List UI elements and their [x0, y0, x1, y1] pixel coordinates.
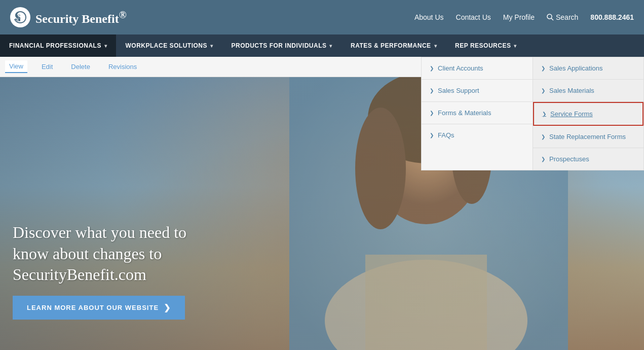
dropdown-menu: ❯ Client Accounts ❯ Sales Support ❯ Form…	[421, 57, 644, 170]
chevron-right-icon: ❯	[542, 111, 546, 117]
dropdown-service-forms[interactable]: ❯ Service Forms	[533, 102, 643, 126]
dropdown-right-column: ❯ Sales Applications ❯ Sales Materials ❯…	[533, 57, 644, 170]
edit-bar-edit[interactable]: Edit	[37, 61, 57, 73]
logo-icon: S	[10, 7, 30, 27]
logo-area[interactable]: S Security Benefit®	[10, 7, 127, 27]
chevron-down-icon: ▾	[434, 43, 437, 49]
nav-products-for-individuals[interactable]: PRODUCTS FOR INDIVIDUALS ▾	[222, 34, 342, 57]
dropdown-prospectuses[interactable]: ❯ Prospectuses	[533, 148, 643, 170]
chevron-right-icon: ❯	[430, 110, 434, 116]
svg-text:S: S	[17, 14, 21, 21]
nav-financial-professionals[interactable]: FINANCIAL PROFESSIONALS ▾	[0, 34, 116, 57]
svg-point-1	[547, 14, 552, 19]
my-profile-link[interactable]: My Profile	[503, 13, 535, 21]
learn-more-button[interactable]: LEARN MORE ABOUT OUR WEBSITE ❯	[13, 296, 185, 320]
search-icon	[547, 14, 554, 21]
svg-line-2	[551, 18, 553, 20]
chevron-down-icon: ▾	[514, 43, 517, 49]
chevron-right-icon: ❯	[541, 134, 545, 139]
chevron-down-icon: ▾	[329, 43, 332, 49]
nav-rep-resources[interactable]: REP RESOURCES ▾	[446, 34, 526, 57]
logo-text: Security Benefit®	[35, 9, 127, 26]
search-link[interactable]: Search	[547, 13, 578, 21]
dropdown-sales-applications[interactable]: ❯ Sales Applications	[533, 57, 643, 80]
main-navigation: FINANCIAL PROFESSIONALS ▾ WORKPLACE SOLU…	[0, 34, 644, 57]
arrow-icon: ❯	[164, 303, 171, 312]
phone-number: 800.888.2461	[590, 13, 634, 21]
contact-us-link[interactable]: Contact Us	[456, 13, 491, 21]
edit-bar-view[interactable]: View	[5, 60, 27, 73]
chevron-right-icon: ❯	[430, 132, 434, 138]
chevron-right-icon: ❯	[541, 65, 545, 71]
chevron-down-icon: ▾	[210, 43, 213, 49]
dropdown-sales-materials[interactable]: ❯ Sales Materials	[533, 80, 643, 102]
hero-content: Discover what you need to know about cha…	[13, 222, 215, 320]
dropdown-sales-support[interactable]: ❯ Sales Support	[422, 80, 533, 102]
chevron-right-icon: ❯	[541, 88, 545, 93]
dropdown-state-replacement-forms[interactable]: ❯ State Replacement Forms	[533, 126, 643, 148]
dropdown-faqs[interactable]: ❯ FAQs	[422, 124, 533, 146]
nav-workplace-solutions[interactable]: WORKPLACE SOLUTIONS ▾	[116, 34, 222, 57]
header-nav: About Us Contact Us My Profile Search 80…	[414, 13, 634, 21]
edit-bar-revisions[interactable]: Revisions	[104, 61, 141, 73]
dropdown-client-accounts[interactable]: ❯ Client Accounts	[422, 57, 533, 80]
chevron-right-icon: ❯	[541, 156, 545, 162]
dropdown-forms-materials[interactable]: ❯ Forms & Materials	[422, 102, 533, 124]
chevron-right-icon: ❯	[430, 88, 434, 93]
about-us-link[interactable]: About Us	[414, 13, 444, 21]
nav-rates-performance[interactable]: RATES & PERFORMANCE ▾	[342, 34, 446, 57]
chevron-right-icon: ❯	[430, 65, 434, 71]
edit-bar-delete[interactable]: Delete	[67, 61, 94, 73]
hero-title: Discover what you need to know about cha…	[13, 222, 215, 286]
chevron-down-icon: ▾	[104, 43, 107, 49]
dropdown-left-column: ❯ Client Accounts ❯ Sales Support ❯ Form…	[421, 57, 533, 170]
site-header: S Security Benefit® About Us Contact Us …	[0, 0, 644, 34]
